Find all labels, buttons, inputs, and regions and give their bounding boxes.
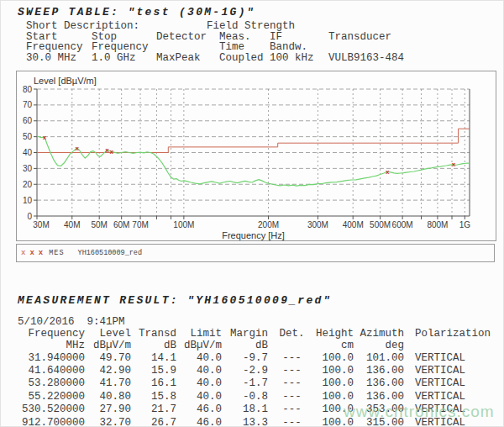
measurement-header-cell: Azimuth <box>354 328 404 340</box>
measurement-result-cell: 41.640000 <box>18 364 85 377</box>
sweep-column-header: Time <box>219 42 244 52</box>
measurement-header-cell: dB <box>222 340 268 351</box>
measurement-header-cell: Margin <box>222 328 268 340</box>
legend-x-marker-icon: x <box>21 249 25 257</box>
x-tick-label: 60M <box>113 220 129 229</box>
sweep-column-value: MaxPeak <box>156 53 201 63</box>
measurement-result-row: 55.22000040.8015.840.0-0.8---100.0136.00… <box>18 390 491 403</box>
measurement-result-cell: 100.0 <box>316 351 354 364</box>
measurement-datetime: 5/10/2016 9:41PM <box>18 317 125 327</box>
measurement-header-row: MHzdBµV/mdBdBµV/mdBcmdeg <box>18 340 491 351</box>
measurement-result-cell: 101.00 <box>354 351 404 364</box>
data-point-marker: x <box>75 145 79 152</box>
y-tick-label: 10 <box>23 196 33 205</box>
sweep-column-value: Coupled <box>219 53 264 63</box>
measurement-table-header: FrequencyLevelTransdLimitMarginDet.Heigh… <box>18 328 491 351</box>
measurement-result-row: 912.70000032.7026.746.013.3---100.0315.0… <box>18 416 491 427</box>
x-tick-label: 300M <box>307 220 328 229</box>
measurement-result-cell: 26.7 <box>131 416 176 427</box>
measurement-result-cell: 13.3 <box>222 416 268 427</box>
measurement-result-cell: --- <box>268 351 316 364</box>
x-tick-label: 1G <box>459 220 471 229</box>
measurement-header-cell: Height <box>316 328 354 340</box>
y-tick-label: 50 <box>23 132 33 141</box>
sweep-column-header: Frequency <box>26 42 83 52</box>
measurement-result-cell: 46.0 <box>176 416 222 427</box>
measurement-header-row: FrequencyLevelTransdLimitMarginDet.Heigh… <box>18 328 491 340</box>
short-description-value: Field Strength <box>207 21 295 31</box>
sweep-column-value: 30.0 MHz <box>26 53 76 63</box>
x-tick-label: 400M <box>343 220 364 229</box>
measurement-header-cell: dBµV/m <box>176 340 222 351</box>
legend-x-marker-icon: x <box>29 249 34 257</box>
y-tick-label: 40 <box>23 148 33 157</box>
x-tick-label: 800M <box>427 220 448 229</box>
measurement-result-cell: 15.9 <box>131 364 176 377</box>
x-tick-label: 500M <box>370 220 391 229</box>
measurement-result-cell: -0.8 <box>222 390 268 403</box>
legend-x-marker-icon: x <box>39 249 43 257</box>
measurement-result-cell: 15.8 <box>131 390 176 403</box>
measurement-header-cell <box>268 340 316 351</box>
measurement-header-cell: deg <box>354 340 404 351</box>
measurement-result-cell: --- <box>268 377 316 390</box>
data-point-marker: x <box>452 161 456 168</box>
x-tick-label: 70M <box>132 220 148 229</box>
measurement-result-cell: 55.220000 <box>18 390 85 403</box>
measurement-result-row: 53.28000041.7016.140.0-1.7---100.0136.00… <box>18 377 491 390</box>
y-tick-label: 20 <box>23 180 33 189</box>
sweep-column-value: 100 kHz <box>270 53 314 63</box>
measurement-result-row: 41.64000042.9015.940.0-2.9---100.0136.00… <box>18 364 491 377</box>
chart-panel: 0102030405060708030M40M50M60M70M100M200M… <box>16 71 496 241</box>
measurement-result-cell: 42.90 <box>85 364 131 377</box>
measurement-result-cell: 27.90 <box>85 403 131 416</box>
measurement-result-cell: VERTICAL <box>404 364 491 377</box>
x-tick-label: 200M <box>258 220 279 229</box>
measurement-result-cell: -9.7 <box>222 351 268 364</box>
measurement-result-cell: VERTICAL <box>404 351 491 364</box>
measurement-header-cell: dB <box>131 340 176 351</box>
measurement-result-cell: VERTICAL <box>404 390 491 403</box>
measurement-header-cell: MHz <box>18 340 85 351</box>
measurement-result-table: FrequencyLevelTransdLimitMarginDet.Heigh… <box>18 328 491 427</box>
x-axis-label: Frequency [Hz] <box>222 230 285 240</box>
y-tick-label: 70 <box>23 100 33 109</box>
chart-title: Level [dBµV/m] <box>34 76 97 86</box>
measurement-result-cell: 100.0 <box>316 364 354 377</box>
measurement-result-title: MEASUREMENT RESULT: "YH160510009_red" <box>18 294 332 307</box>
measurement-result-cell: -1.7 <box>222 377 268 390</box>
measurement-result-cell: 100.0 <box>316 377 354 390</box>
x-tick-label: 50M <box>91 220 107 229</box>
measurement-header-cell: dBµV/m <box>85 340 131 351</box>
measurement-header-cell: Polarization <box>404 328 491 340</box>
measurement-result-cell: --- <box>268 364 316 377</box>
measurement-header-cell: cm <box>316 340 354 351</box>
x-tick-label: 30M <box>33 220 49 229</box>
measurement-result-cell: 353.00 <box>354 403 404 416</box>
measurement-result-cell: 31.940000 <box>18 351 85 364</box>
measurement-result-cell: VERTICAL <box>404 416 491 427</box>
measurement-result-cell: 21.7 <box>131 403 176 416</box>
data-point-marker: x <box>386 168 390 176</box>
measurement-result-cell: --- <box>268 390 316 403</box>
measurement-result-cell: 100.0 <box>316 403 354 416</box>
sweep-column-header: Detector <box>156 32 207 42</box>
measurement-result-cell: 32.70 <box>85 416 131 427</box>
measurement-result-cell: 40.0 <box>176 390 222 403</box>
sweep-table-title: SWEEP TABLE: "test (30M-1G)" <box>18 6 255 18</box>
y-tick-label: 0 <box>27 212 32 221</box>
measurement-result-cell: 14.1 <box>131 351 176 364</box>
x-tick-label: 40M <box>64 220 80 229</box>
measurement-header-cell: Det. <box>268 328 316 340</box>
legend-marker-icons: xxx <box>21 249 47 257</box>
measurement-result-cell: 40.0 <box>176 351 222 364</box>
measurement-result-cell: --- <box>268 403 316 416</box>
measurement-table-body: 31.94000049.7014.140.0-9.7---100.0101.00… <box>18 351 491 427</box>
measurement-result-cell: VERTICAL <box>404 403 491 416</box>
x-tick-label: 600M <box>392 220 413 229</box>
measurement-result-row: 31.94000049.7014.140.0-9.7---100.0101.00… <box>18 351 491 364</box>
measurement-result-cell: 136.00 <box>354 364 404 377</box>
measurement-result-cell: 100.0 <box>316 390 354 403</box>
measurement-result-row: 530.52000027.9021.746.018.1---100.0353.0… <box>18 403 491 416</box>
sweep-column-header: Transducer <box>328 32 391 42</box>
